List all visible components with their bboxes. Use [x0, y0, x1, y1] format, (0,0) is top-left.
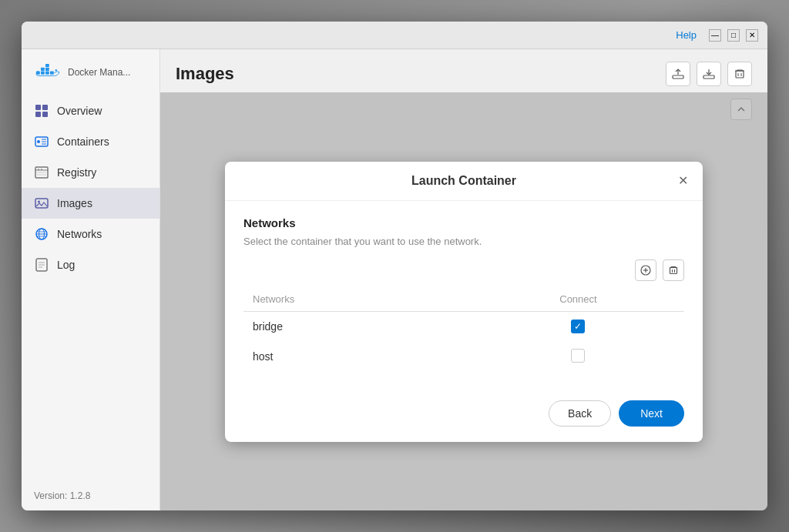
sidebar: Docker Mana... Overview	[22, 49, 160, 510]
svg-rect-4	[45, 68, 49, 71]
networks-table: Networks Connect bridge	[243, 287, 684, 373]
sidebar-item-images[interactable]: Images	[22, 188, 159, 219]
svg-rect-3	[41, 68, 45, 71]
close-button[interactable]: ✕	[746, 29, 758, 42]
svg-rect-8	[35, 105, 41, 110]
svg-rect-11	[42, 112, 48, 117]
docker-logo-icon	[34, 62, 62, 83]
modal-title: Launch Container	[411, 174, 516, 188]
svg-rect-44	[670, 267, 677, 273]
page-title: Images	[176, 64, 234, 84]
sidebar-item-registry-label: Registry	[57, 166, 96, 179]
export-button[interactable]	[666, 62, 690, 86]
title-bar: Help — □ ✕	[22, 22, 767, 49]
log-icon	[34, 257, 49, 273]
table-row: host	[243, 341, 684, 373]
svg-rect-2	[45, 72, 49, 75]
app-body: Docker Mana... Overview	[22, 49, 767, 510]
column-networks: Networks	[243, 287, 472, 312]
delete-button[interactable]	[727, 62, 752, 86]
sidebar-item-containers-label: Containers	[57, 136, 109, 148]
add-network-button[interactable]	[635, 259, 656, 281]
minimize-button[interactable]: —	[709, 29, 721, 42]
network-name-host: host	[243, 341, 472, 373]
modal-section-title: Networks	[243, 216, 684, 229]
header-actions	[666, 62, 752, 86]
modal-toolbar	[243, 259, 684, 281]
containers-icon	[34, 134, 49, 149]
sidebar-item-log-label: Log	[57, 259, 75, 271]
modal-body: Networks Select the container that you w…	[225, 201, 703, 388]
svg-point-24	[38, 201, 40, 203]
svg-rect-9	[42, 105, 48, 110]
export-icon	[672, 68, 684, 80]
svg-rect-5	[45, 64, 49, 67]
table-row: bridge	[243, 311, 684, 341]
main-content: Images	[160, 49, 767, 510]
content-area: Launch Container ✕ Networks Select the c…	[160, 92, 767, 510]
modal-overlay: Launch Container ✕ Networks Select the c…	[160, 92, 767, 510]
sidebar-item-networks[interactable]: Networks	[22, 219, 159, 249]
sidebar-item-networks-label: Networks	[57, 228, 102, 240]
network-name-bridge: bridge	[243, 311, 472, 341]
sidebar-item-containers[interactable]: Containers	[22, 126, 159, 157]
sidebar-item-registry[interactable]: Registry	[22, 157, 159, 188]
trash-small-icon	[668, 265, 679, 276]
sidebar-item-overview-label: Overview	[57, 105, 102, 117]
connect-cell-host	[472, 341, 684, 373]
checkbox-host[interactable]	[571, 349, 585, 363]
main-header: Images	[160, 49, 767, 92]
svg-rect-6	[50, 72, 54, 75]
svg-rect-36	[703, 75, 714, 79]
import-button[interactable]	[697, 62, 721, 86]
images-icon	[34, 196, 49, 211]
networks-icon	[34, 226, 49, 242]
modal-close-button[interactable]: ✕	[675, 173, 690, 189]
svg-rect-38	[736, 71, 744, 78]
svg-point-13	[37, 140, 40, 143]
connect-cell-bridge	[472, 311, 684, 341]
checkbox-bridge[interactable]	[571, 320, 585, 333]
import-icon	[703, 68, 715, 80]
sidebar-logo-area: Docker Mana...	[22, 49, 159, 95]
modal-footer: Back Next	[225, 388, 703, 442]
modal-description: Select the container that you want to us…	[243, 236, 684, 247]
sidebar-nav: Overview Containers	[22, 95, 159, 481]
version-label: Version: 1.2.8	[22, 481, 159, 510]
back-button[interactable]: Back	[549, 400, 611, 427]
overview-icon	[34, 103, 49, 119]
sidebar-manager-label: Docker Mana...	[68, 67, 130, 78]
trash-icon	[734, 68, 746, 80]
sidebar-item-log[interactable]: Log	[22, 249, 159, 280]
help-link[interactable]: Help	[676, 29, 697, 41]
app-window: Help — □ ✕ Do	[22, 22, 767, 510]
svg-point-7	[55, 69, 57, 71]
modal-dialog: Launch Container ✕ Networks Select the c…	[225, 162, 703, 442]
sidebar-item-images-label: Images	[57, 197, 92, 209]
svg-rect-10	[35, 112, 41, 117]
svg-rect-1	[41, 72, 45, 75]
modal-header: Launch Container ✕	[225, 162, 703, 201]
svg-rect-23	[35, 199, 48, 208]
maximize-button[interactable]: □	[727, 29, 740, 42]
add-icon	[640, 265, 651, 276]
table-header-row: Networks Connect	[243, 287, 684, 312]
svg-rect-34	[673, 75, 683, 79]
registry-icon	[34, 165, 49, 180]
column-connect: Connect	[472, 287, 684, 312]
delete-network-button[interactable]	[663, 259, 684, 281]
next-button[interactable]: Next	[619, 400, 684, 427]
window-controls: — □ ✕	[709, 29, 758, 42]
sidebar-item-overview[interactable]: Overview	[22, 95, 159, 126]
